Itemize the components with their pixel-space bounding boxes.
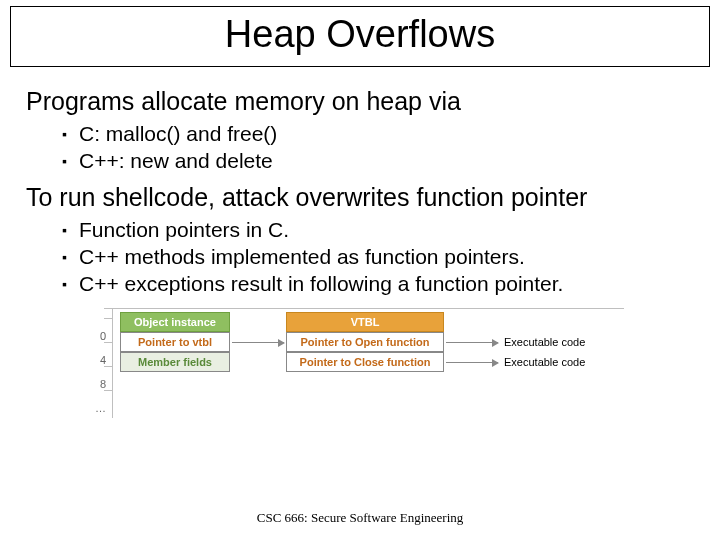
axis-vertical — [112, 308, 113, 418]
list-1: C: malloc() and free() C++: new and dele… — [62, 122, 694, 173]
tick — [104, 318, 112, 319]
title-bar: Heap Overflows — [10, 6, 710, 67]
vtbl-diagram: 0 4 8 … Object instance Pointer to vtbl … — [86, 306, 646, 426]
list-item: Function pointers in C. — [62, 218, 694, 242]
arrow-icon — [446, 342, 498, 343]
tick-label: … — [86, 402, 106, 414]
slide-footer: CSC 666: Secure Software Engineering — [0, 510, 720, 526]
tick-label: 0 — [86, 330, 106, 342]
tick — [104, 366, 112, 367]
object-header: Object instance — [120, 312, 230, 332]
pointer-to-vtbl: Pointer to vtbl — [120, 332, 230, 352]
exec-code-1: Executable code — [500, 332, 610, 352]
arrow-icon — [446, 362, 498, 363]
tick-label: 8 — [86, 378, 106, 390]
list-item: C: malloc() and free() — [62, 122, 694, 146]
vtbl-close-ptr: Pointer to Close function — [286, 352, 444, 372]
exec-code-2: Executable code — [500, 352, 610, 372]
list-2: Function pointers in C. C++ methods impl… — [62, 218, 694, 296]
lead-1: Programs allocate memory on heap via — [26, 87, 694, 116]
member-fields: Member fields — [120, 352, 230, 372]
list-item: C++: new and delete — [62, 149, 694, 173]
lead-2: To run shellcode, attack overwrites func… — [26, 183, 694, 212]
tick-label: 4 — [86, 354, 106, 366]
list-item: C++ exceptions result in following a fun… — [62, 272, 694, 296]
tick — [104, 342, 112, 343]
axis-horizontal — [104, 308, 624, 309]
arrow-icon — [232, 342, 284, 343]
vtbl-header: VTBL — [286, 312, 444, 332]
slide-body: Programs allocate memory on heap via C: … — [0, 67, 720, 426]
vtbl-open-ptr: Pointer to Open function — [286, 332, 444, 352]
tick — [104, 390, 112, 391]
list-item: C++ methods implemented as function poin… — [62, 245, 694, 269]
slide-title: Heap Overflows — [11, 13, 709, 56]
